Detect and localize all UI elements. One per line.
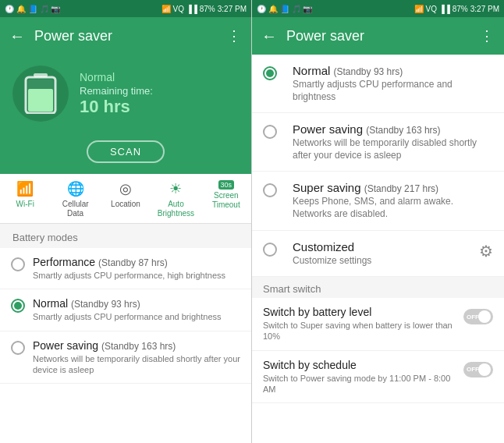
switch-battery-level-desc: Switch to Super saving when battery is l… (263, 320, 457, 342)
status-bar-left: 🕐 🔔 📘 🎵 📷 📶 VQ ▐▐ 87% 3:27 PM (0, 0, 251, 17)
signal-icons: 📶 VQ ▐▐ 87% (161, 5, 215, 13)
mode-power-saving-standby: (Standby 163 hrs) (101, 341, 176, 352)
right-mode-normal-text: Normal (Standby 93 hrs) Smartly adjusts … (293, 64, 493, 103)
toggle-brightness[interactable]: ☀ AutoBrightness (151, 174, 201, 223)
right-mode-power-saving-name: Power saving (Standby 163 hrs) (293, 122, 493, 136)
radio-normal (11, 299, 25, 313)
more-button-left[interactable]: ⋮ (227, 27, 242, 44)
right-mode-super-saving-name: Super saving (Standby 217 hrs) (293, 181, 493, 194)
mode-power-saving-text: Power saving (Standby 163 hrs) Networks … (33, 339, 240, 376)
switch-schedule: Switch by schedule Switch to Power savin… (252, 351, 504, 404)
switch-schedule-title: Switch by schedule (263, 359, 457, 371)
right-mode-list: Normal (Standby 93 hrs) Smartly adjusts … (252, 55, 504, 443)
status-right-left: 📶 VQ ▐▐ 87% 3:27 PM (161, 5, 247, 13)
radio-right-customized (263, 243, 277, 257)
right-mode-super-saving[interactable]: Super saving (Standby 217 hrs) Keeps Pho… (252, 172, 504, 230)
wifi-label: Wi-Fi (16, 200, 34, 209)
time-right: 🕐 (257, 5, 266, 13)
right-mode-normal[interactable]: Normal (Standby 93 hrs) Smartly adjusts … (252, 55, 504, 113)
right-mode-super-saving-desc: Keeps Phone, SMS, and alarm awake. Netwo… (293, 196, 493, 220)
toggle-battery-level-knob (478, 310, 491, 323)
right-mode-customized-text: Customized Customize settings (293, 240, 471, 268)
right-mode-super-saving-standby: (Standby 217 hrs) (364, 183, 438, 194)
radio-performance (11, 257, 25, 271)
right-mode-normal-standby: (Standby 93 hrs) (334, 66, 403, 77)
right-mode-power-saving-standby: (Standby 163 hrs) (366, 125, 440, 136)
battery-section: Normal Remaining time: 10 hrs (0, 55, 251, 136)
toggle-location[interactable]: ◎ Location (101, 174, 151, 223)
mode-power-saving-name: Power saving (Standby 163 hrs) (33, 339, 240, 352)
gear-icon[interactable]: ⚙ (479, 242, 493, 260)
battery-remaining-label: Remaining time: (80, 85, 153, 97)
battery-time: 10 hrs (80, 97, 153, 117)
mode-performance-text: Performance (Standby 87 hrs) Smartly adj… (33, 256, 240, 281)
mode-normal-name: Normal (Standby 93 hrs) (33, 297, 240, 310)
mode-performance-standby: (Standby 87 hrs) (98, 257, 168, 268)
wifi-icon: 📶 (16, 180, 34, 197)
smart-switch-title: Smart switch (252, 277, 504, 298)
battery-mode-list: Performance (Standby 87 hrs) Smartly adj… (0, 248, 251, 443)
mode-normal-text: Normal (Standby 93 hrs) Smartly adjusts … (33, 297, 240, 322)
battery-modes-title: Battery modes (0, 224, 251, 248)
mode-normal[interactable]: Normal (Standby 93 hrs) Smartly adjusts … (0, 289, 251, 331)
toggle-wifi[interactable]: 📶 Wi-Fi (0, 174, 50, 223)
mode-power-saving[interactable]: Power saving (Standby 163 hrs) Networks … (0, 331, 251, 385)
switch-battery-level-title: Switch by battery level (263, 306, 457, 318)
cellular-label: CellularData (62, 200, 89, 218)
left-panel: 🕐 🔔 📘 🎵 📷 📶 VQ ▐▐ 87% 3:27 PM ← Power sa… (0, 0, 252, 443)
right-mode-super-saving-text: Super saving (Standby 217 hrs) Keeps Pho… (293, 181, 493, 220)
status-right-right: 📶 VQ ▐▐ 87% 3:27 PM (414, 5, 499, 13)
radio-right-normal-inner (266, 69, 274, 77)
screen-timeout-label: ScreenTimeout (212, 191, 240, 210)
battery-info: Normal Remaining time: 10 hrs (80, 71, 153, 117)
right-mode-normal-name: Normal (Standby 93 hrs) (293, 64, 493, 77)
right-mode-power-saving-text: Power saving (Standby 163 hrs) Networks … (293, 122, 493, 161)
right-panel: 🕐 🔔 📘 🎵 📷 📶 VQ ▐▐ 87% 3:27 PM ← Power sa… (252, 0, 504, 443)
right-mode-power-saving-desc: Networks will be temporarily disabled sh… (293, 137, 493, 161)
quick-toggles: 📶 Wi-Fi 🌐 CellularData ◎ Location ☀ Auto… (0, 174, 251, 224)
switch-schedule-text: Switch by schedule Switch to Power savin… (263, 359, 457, 395)
mode-normal-desc: Smartly adjusts CPU performance and brig… (33, 311, 240, 322)
toggle-schedule-knob (478, 363, 491, 376)
location-label: Location (111, 200, 140, 209)
right-mode-customized-name: Customized (293, 240, 471, 253)
toggle-screen-timeout[interactable]: 30s ScreenTimeout (201, 174, 251, 223)
header-right: ← Power saver ⋮ (252, 17, 504, 55)
mode-performance-name: Performance (Standby 87 hrs) (33, 256, 240, 268)
switch-battery-level: Switch by battery level Switch to Super … (252, 298, 504, 351)
radio-power-saving (11, 341, 25, 355)
toggle-schedule-label: OFF (467, 366, 479, 373)
radio-right-power-saving (263, 125, 277, 139)
toggle-battery-level[interactable]: OFF (463, 309, 493, 324)
battery-status: Normal (80, 71, 153, 83)
switch-schedule-desc: Switch to Power saving mode by 11:00 PM … (263, 373, 457, 395)
radio-right-super-saving (263, 183, 277, 197)
switch-battery-level-text: Switch by battery level Switch to Super … (263, 306, 457, 342)
more-button-right[interactable]: ⋮ (480, 27, 495, 44)
mode-normal-standby: (Standby 93 hrs) (71, 299, 140, 310)
signal-icons-right: 📶 VQ ▐▐ 87% (414, 5, 468, 13)
brightness-icon: ☀ (169, 180, 182, 197)
battery-icon-wrap (12, 66, 69, 122)
back-button-left[interactable]: ← (9, 27, 25, 45)
toggle-battery-level-label: OFF (467, 314, 479, 321)
back-button-right[interactable]: ← (261, 27, 277, 45)
toggle-cellular[interactable]: 🌐 CellularData (50, 174, 100, 223)
right-mode-customized[interactable]: Customized Customize settings ⚙ (252, 231, 504, 278)
screen-timeout-badge: 30s (218, 180, 235, 190)
radio-right-normal (263, 66, 277, 80)
right-mode-power-saving[interactable]: Power saving (Standby 163 hrs) Networks … (252, 113, 504, 172)
time-display-left: 3:27 PM (218, 5, 247, 13)
right-mode-customized-desc: Customize settings (293, 255, 471, 268)
notification-icons: 🔔 📘 🎵 📷 (16, 5, 60, 13)
toggle-schedule[interactable]: OFF (463, 362, 493, 377)
mode-performance[interactable]: Performance (Standby 87 hrs) Smartly adj… (0, 248, 251, 289)
scan-button[interactable]: SCAN (87, 140, 165, 163)
brightness-label: AutoBrightness (158, 200, 194, 218)
time-display-right: 3:27 PM (470, 5, 499, 13)
battery-icon (24, 73, 57, 114)
svg-rect-3 (28, 80, 53, 111)
notification-icons-right: 🔔 📘 🎵 📷 (268, 5, 312, 13)
header-left: ← Power saver ⋮ (0, 17, 251, 55)
radio-normal-inner (14, 302, 22, 310)
